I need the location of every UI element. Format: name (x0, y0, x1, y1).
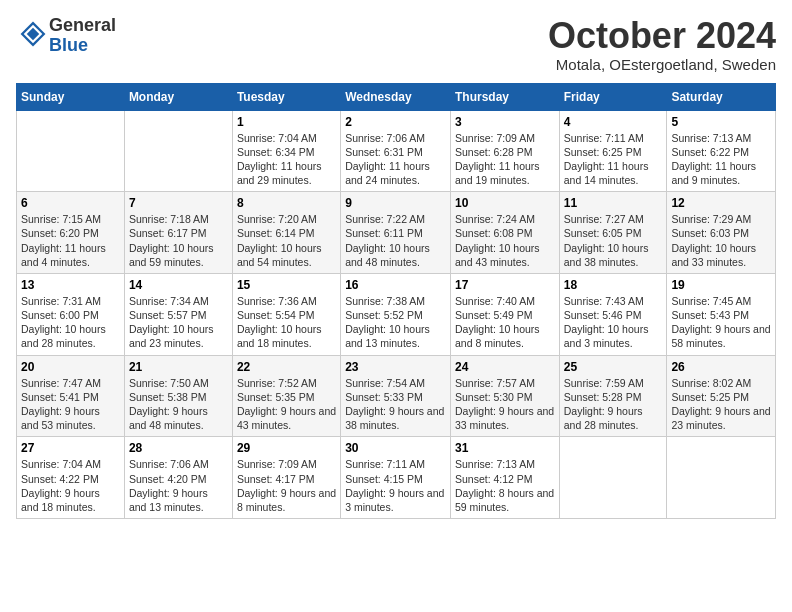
calendar-cell: 6Sunrise: 7:15 AM Sunset: 6:20 PM Daylig… (17, 192, 125, 274)
weekday-header: Friday (559, 83, 667, 110)
day-number: 12 (671, 196, 771, 210)
calendar-cell: 26Sunrise: 8:02 AM Sunset: 5:25 PM Dayli… (667, 355, 776, 437)
calendar-cell: 9Sunrise: 7:22 AM Sunset: 6:11 PM Daylig… (341, 192, 451, 274)
calendar-cell: 3Sunrise: 7:09 AM Sunset: 6:28 PM Daylig… (450, 110, 559, 192)
calendar-cell (124, 110, 232, 192)
day-info: Sunrise: 7:11 AM Sunset: 4:15 PM Dayligh… (345, 457, 446, 514)
calendar-cell: 21Sunrise: 7:50 AM Sunset: 5:38 PM Dayli… (124, 355, 232, 437)
calendar-week-row: 6Sunrise: 7:15 AM Sunset: 6:20 PM Daylig… (17, 192, 776, 274)
weekday-header: Thursday (450, 83, 559, 110)
calendar-cell: 31Sunrise: 7:13 AM Sunset: 4:12 PM Dayli… (450, 437, 559, 519)
day-info: Sunrise: 7:47 AM Sunset: 5:41 PM Dayligh… (21, 376, 120, 433)
day-info: Sunrise: 7:54 AM Sunset: 5:33 PM Dayligh… (345, 376, 446, 433)
title-section: October 2024 Motala, OEstergoetland, Swe… (548, 16, 776, 73)
day-number: 20 (21, 360, 120, 374)
calendar-cell: 5Sunrise: 7:13 AM Sunset: 6:22 PM Daylig… (667, 110, 776, 192)
day-info: Sunrise: 7:27 AM Sunset: 6:05 PM Dayligh… (564, 212, 663, 269)
day-number: 2 (345, 115, 446, 129)
day-info: Sunrise: 7:34 AM Sunset: 5:57 PM Dayligh… (129, 294, 228, 351)
day-info: Sunrise: 7:18 AM Sunset: 6:17 PM Dayligh… (129, 212, 228, 269)
day-number: 7 (129, 196, 228, 210)
day-number: 19 (671, 278, 771, 292)
calendar-cell: 19Sunrise: 7:45 AM Sunset: 5:43 PM Dayli… (667, 273, 776, 355)
day-info: Sunrise: 7:13 AM Sunset: 6:22 PM Dayligh… (671, 131, 771, 188)
calendar-cell: 29Sunrise: 7:09 AM Sunset: 4:17 PM Dayli… (232, 437, 340, 519)
calendar-table: SundayMondayTuesdayWednesdayThursdayFrid… (16, 83, 776, 519)
day-number: 16 (345, 278, 446, 292)
day-info: Sunrise: 7:59 AM Sunset: 5:28 PM Dayligh… (564, 376, 663, 433)
day-info: Sunrise: 7:22 AM Sunset: 6:11 PM Dayligh… (345, 212, 446, 269)
day-info: Sunrise: 7:52 AM Sunset: 5:35 PM Dayligh… (237, 376, 336, 433)
day-info: Sunrise: 7:11 AM Sunset: 6:25 PM Dayligh… (564, 131, 663, 188)
location-subtitle: Motala, OEstergoetland, Sweden (548, 56, 776, 73)
day-info: Sunrise: 7:09 AM Sunset: 6:28 PM Dayligh… (455, 131, 555, 188)
calendar-cell: 25Sunrise: 7:59 AM Sunset: 5:28 PM Dayli… (559, 355, 667, 437)
day-number: 5 (671, 115, 771, 129)
day-info: Sunrise: 7:38 AM Sunset: 5:52 PM Dayligh… (345, 294, 446, 351)
day-info: Sunrise: 7:15 AM Sunset: 6:20 PM Dayligh… (21, 212, 120, 269)
day-number: 30 (345, 441, 446, 455)
day-info: Sunrise: 7:06 AM Sunset: 6:31 PM Dayligh… (345, 131, 446, 188)
calendar-cell: 22Sunrise: 7:52 AM Sunset: 5:35 PM Dayli… (232, 355, 340, 437)
weekday-header: Wednesday (341, 83, 451, 110)
day-info: Sunrise: 7:40 AM Sunset: 5:49 PM Dayligh… (455, 294, 555, 351)
calendar-cell: 20Sunrise: 7:47 AM Sunset: 5:41 PM Dayli… (17, 355, 125, 437)
calendar-cell: 16Sunrise: 7:38 AM Sunset: 5:52 PM Dayli… (341, 273, 451, 355)
day-info: Sunrise: 7:31 AM Sunset: 6:00 PM Dayligh… (21, 294, 120, 351)
day-number: 10 (455, 196, 555, 210)
day-number: 27 (21, 441, 120, 455)
day-info: Sunrise: 7:45 AM Sunset: 5:43 PM Dayligh… (671, 294, 771, 351)
weekday-header: Tuesday (232, 83, 340, 110)
day-number: 26 (671, 360, 771, 374)
calendar-cell (667, 437, 776, 519)
day-number: 6 (21, 196, 120, 210)
logo-general-text: General (49, 15, 116, 35)
day-info: Sunrise: 7:04 AM Sunset: 4:22 PM Dayligh… (21, 457, 120, 514)
calendar-cell: 13Sunrise: 7:31 AM Sunset: 6:00 PM Dayli… (17, 273, 125, 355)
calendar-cell: 11Sunrise: 7:27 AM Sunset: 6:05 PM Dayli… (559, 192, 667, 274)
calendar-week-row: 27Sunrise: 7:04 AM Sunset: 4:22 PM Dayli… (17, 437, 776, 519)
calendar-cell: 30Sunrise: 7:11 AM Sunset: 4:15 PM Dayli… (341, 437, 451, 519)
calendar-week-row: 1Sunrise: 7:04 AM Sunset: 6:34 PM Daylig… (17, 110, 776, 192)
calendar-week-row: 13Sunrise: 7:31 AM Sunset: 6:00 PM Dayli… (17, 273, 776, 355)
day-number: 9 (345, 196, 446, 210)
weekday-header: Saturday (667, 83, 776, 110)
day-info: Sunrise: 7:24 AM Sunset: 6:08 PM Dayligh… (455, 212, 555, 269)
day-info: Sunrise: 7:06 AM Sunset: 4:20 PM Dayligh… (129, 457, 228, 514)
calendar-cell: 27Sunrise: 7:04 AM Sunset: 4:22 PM Dayli… (17, 437, 125, 519)
calendar-cell: 12Sunrise: 7:29 AM Sunset: 6:03 PM Dayli… (667, 192, 776, 274)
calendar-cell: 7Sunrise: 7:18 AM Sunset: 6:17 PM Daylig… (124, 192, 232, 274)
day-info: Sunrise: 7:20 AM Sunset: 6:14 PM Dayligh… (237, 212, 336, 269)
day-number: 15 (237, 278, 336, 292)
calendar-cell: 17Sunrise: 7:40 AM Sunset: 5:49 PM Dayli… (450, 273, 559, 355)
calendar-cell: 23Sunrise: 7:54 AM Sunset: 5:33 PM Dayli… (341, 355, 451, 437)
day-number: 25 (564, 360, 663, 374)
day-number: 3 (455, 115, 555, 129)
day-info: Sunrise: 8:02 AM Sunset: 5:25 PM Dayligh… (671, 376, 771, 433)
day-number: 11 (564, 196, 663, 210)
calendar-cell: 2Sunrise: 7:06 AM Sunset: 6:31 PM Daylig… (341, 110, 451, 192)
day-number: 22 (237, 360, 336, 374)
day-number: 21 (129, 360, 228, 374)
day-info: Sunrise: 7:13 AM Sunset: 4:12 PM Dayligh… (455, 457, 555, 514)
day-number: 4 (564, 115, 663, 129)
day-number: 31 (455, 441, 555, 455)
calendar-cell: 4Sunrise: 7:11 AM Sunset: 6:25 PM Daylig… (559, 110, 667, 192)
day-info: Sunrise: 7:43 AM Sunset: 5:46 PM Dayligh… (564, 294, 663, 351)
month-year-title: October 2024 (548, 16, 776, 56)
day-number: 14 (129, 278, 228, 292)
calendar-week-row: 20Sunrise: 7:47 AM Sunset: 5:41 PM Dayli… (17, 355, 776, 437)
day-info: Sunrise: 7:57 AM Sunset: 5:30 PM Dayligh… (455, 376, 555, 433)
day-number: 23 (345, 360, 446, 374)
calendar-cell: 1Sunrise: 7:04 AM Sunset: 6:34 PM Daylig… (232, 110, 340, 192)
day-info: Sunrise: 7:04 AM Sunset: 6:34 PM Dayligh… (237, 131, 336, 188)
day-number: 1 (237, 115, 336, 129)
day-info: Sunrise: 7:50 AM Sunset: 5:38 PM Dayligh… (129, 376, 228, 433)
day-number: 18 (564, 278, 663, 292)
weekday-header-row: SundayMondayTuesdayWednesdayThursdayFrid… (17, 83, 776, 110)
page-header: General Blue October 2024 Motala, OEster… (16, 16, 776, 73)
calendar-cell: 10Sunrise: 7:24 AM Sunset: 6:08 PM Dayli… (450, 192, 559, 274)
weekday-header: Monday (124, 83, 232, 110)
calendar-cell: 8Sunrise: 7:20 AM Sunset: 6:14 PM Daylig… (232, 192, 340, 274)
calendar-cell: 24Sunrise: 7:57 AM Sunset: 5:30 PM Dayli… (450, 355, 559, 437)
